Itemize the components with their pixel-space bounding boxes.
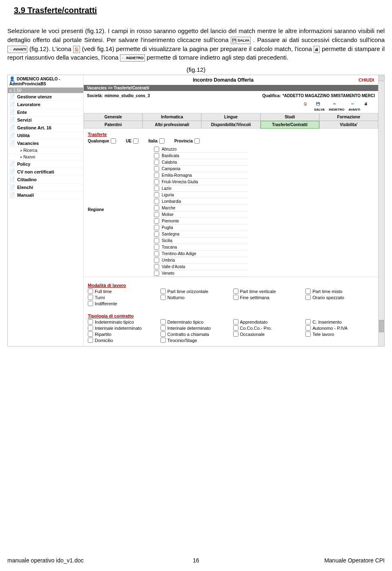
checkbox[interactable] (305, 325, 311, 331)
checkbox[interactable] (160, 295, 166, 300)
region-checkbox[interactable] (154, 251, 159, 256)
checkbox[interactable] (194, 138, 200, 144)
tab[interactable]: Visibilita' (319, 121, 378, 129)
checkbox[interactable] (88, 338, 93, 343)
tab[interactable]: Formazione (319, 113, 378, 121)
region-checkbox[interactable] (154, 153, 159, 158)
checkbox[interactable] (305, 331, 311, 337)
option-check[interactable]: Co.Co.Co.- Pro. (233, 325, 302, 331)
option-check[interactable]: Apprendistato (233, 319, 302, 324)
region-checkbox[interactable] (154, 231, 159, 237)
option-check[interactable]: Turni (88, 295, 156, 300)
tab[interactable]: Trasferte/Contratti (261, 121, 319, 129)
checkbox[interactable] (160, 289, 166, 294)
checkbox[interactable] (159, 138, 165, 144)
region-checkbox[interactable] (154, 271, 159, 276)
checkbox[interactable] (133, 138, 138, 144)
option-check[interactable]: Indeterminato tipico (88, 319, 156, 324)
vertical-scrollbar[interactable] (378, 75, 384, 346)
checkbox[interactable] (160, 331, 166, 337)
sidebar-item[interactable]: 📄Cittadino (8, 176, 83, 184)
tab[interactable]: Informatica (143, 113, 201, 121)
region-checkbox[interactable] (154, 205, 159, 211)
tab[interactable]: Generale (84, 113, 143, 121)
sidebar-item[interactable]: 📄Ente (8, 109, 83, 116)
tab[interactable]: Patentini (84, 121, 143, 129)
checkbox[interactable] (88, 295, 93, 300)
option-check[interactable]: Orario spezzato (305, 295, 374, 300)
checkbox[interactable] (88, 325, 93, 331)
trasferte-check[interactable]: UE (126, 138, 138, 144)
checkbox[interactable] (88, 289, 93, 294)
option-check[interactable]: Interinale determinato (160, 325, 229, 331)
checkbox[interactable] (88, 331, 93, 337)
salva-button[interactable]: 💾SALVA (314, 102, 325, 111)
region-checkbox[interactable] (154, 199, 159, 204)
option-check[interactable]: Part time misto (305, 289, 374, 294)
option-check[interactable]: Indifferente (88, 301, 156, 306)
sidebar-subitem[interactable]: » Ricerca (8, 147, 83, 154)
sidebar-item[interactable]: 📄CV non certificati (8, 168, 83, 176)
sidebar-item[interactable]: 📄Lavoratore (8, 101, 83, 109)
checkbox[interactable] (233, 325, 238, 331)
checkbox[interactable] (160, 319, 166, 324)
checkbox[interactable] (88, 301, 93, 306)
region-checkbox[interactable] (154, 225, 159, 230)
region-checkbox[interactable] (154, 212, 159, 217)
avanti-button[interactable]: ⇨AVANTI (348, 102, 360, 111)
tab[interactable]: Lingue (201, 113, 260, 121)
region-checkbox[interactable] (154, 147, 159, 152)
region-checkbox[interactable] (154, 186, 159, 191)
indietro-button[interactable]: ⇦INDIETRO (329, 102, 344, 111)
checkbox[interactable] (233, 319, 238, 324)
trasferte-check[interactable]: Qualunque (88, 138, 116, 144)
option-check[interactable]: Full time (88, 289, 156, 294)
checkbox[interactable] (233, 289, 238, 294)
sidebar-item[interactable]: 📄Gestione utenze (8, 93, 83, 101)
home-button[interactable]: 🏠 (303, 102, 310, 111)
sidebar-item[interactable]: 📄Utilità (8, 132, 83, 140)
region-checkbox[interactable] (154, 244, 159, 250)
checkbox[interactable] (305, 289, 311, 294)
checkbox[interactable] (305, 295, 311, 300)
sidebar-item[interactable]: 📄Gestione Art. 16 (8, 124, 83, 132)
sidebar-item[interactable]: 📄Servizi (8, 116, 83, 124)
option-check[interactable]: Autonomo - P.IVA (305, 325, 374, 331)
checkbox[interactable] (233, 295, 238, 300)
sidebar-item[interactable]: 📄Elenchi (8, 184, 83, 191)
region-checkbox[interactable] (154, 238, 159, 243)
option-check[interactable]: Contratto a chiamata (160, 331, 229, 337)
sidebar-item[interactable]: 📄Policy (8, 160, 83, 168)
option-check[interactable]: Notturno (160, 295, 229, 300)
checkbox[interactable] (233, 331, 238, 337)
scroll-thumb[interactable] (379, 320, 384, 332)
sidebar-subitem[interactable]: » Nuovo (8, 154, 83, 160)
region-checkbox[interactable] (154, 218, 159, 224)
option-check[interactable]: Part time orizzontale (160, 289, 229, 294)
tab[interactable]: Albi professionali (143, 121, 201, 129)
checkbox[interactable] (160, 325, 166, 331)
trasferte-check[interactable]: Provincia (174, 138, 200, 144)
sidebar-item[interactable]: 📄Manuali (8, 191, 83, 199)
region-checkbox[interactable] (154, 258, 159, 263)
region-checkbox[interactable] (154, 173, 159, 178)
scroll-up-arrow[interactable] (379, 75, 384, 81)
region-checkbox[interactable] (154, 160, 159, 165)
close-link[interactable]: CHIUDI (359, 78, 374, 82)
tab[interactable]: Disponibilita'/Vincoli (201, 121, 260, 129)
region-checkbox[interactable] (154, 179, 159, 184)
option-check[interactable]: Fine settimana (233, 295, 302, 300)
checkbox[interactable] (88, 319, 93, 324)
option-check[interactable]: Occasionale (233, 331, 302, 337)
checkbox[interactable] (160, 338, 166, 343)
checkbox[interactable] (111, 138, 116, 144)
checkbox[interactable] (305, 319, 311, 324)
tab[interactable]: Studi (261, 113, 319, 121)
region-checkbox[interactable] (154, 264, 159, 269)
region-checkbox[interactable] (154, 166, 159, 171)
region-checkbox[interactable] (154, 192, 159, 198)
option-check[interactable]: Domicilio (88, 338, 156, 343)
option-check[interactable]: Tirocinio/Stage (160, 338, 229, 343)
trasferte-check[interactable]: Italia (148, 138, 165, 144)
print-button[interactable]: 🖨 (364, 102, 371, 111)
